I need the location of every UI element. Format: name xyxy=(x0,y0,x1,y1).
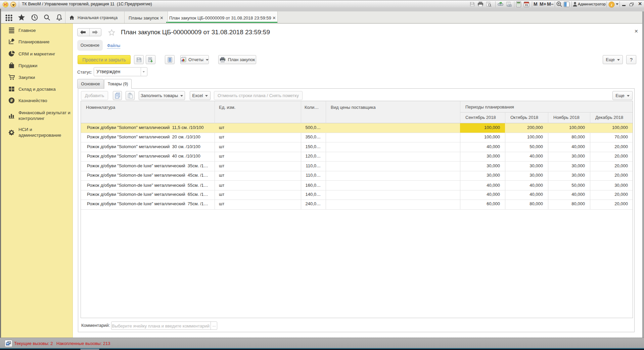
svg-text:₽: ₽ xyxy=(12,39,13,41)
svg-text:31: 31 xyxy=(525,3,528,7)
svg-text:₽: ₽ xyxy=(10,98,13,102)
